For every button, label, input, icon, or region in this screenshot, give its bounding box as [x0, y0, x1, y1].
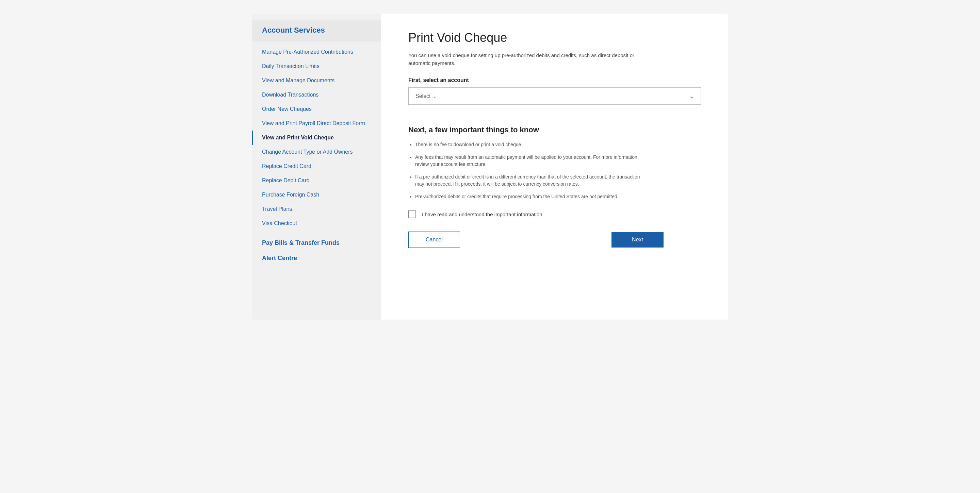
sidebar-link-view-manage-documents[interactable]: View and Manage Documents: [252, 73, 381, 88]
sidebar-link-order-new-cheques[interactable]: Order New Cheques: [252, 102, 381, 116]
sidebar-link-change-account-type[interactable]: Change Account Type or Add Owners: [252, 145, 381, 159]
sidebar-item-daily-transaction-limits[interactable]: Daily Transaction Limits: [252, 59, 381, 73]
info-list-item: If a pre-authorized debit or credit is i…: [415, 173, 646, 188]
cancel-button[interactable]: Cancel: [408, 231, 460, 248]
sidebar-item-view-manage-documents[interactable]: View and Manage Documents: [252, 73, 381, 88]
sidebar-link-daily-transaction-limits[interactable]: Daily Transaction Limits: [252, 59, 381, 73]
sidebar-account-services-title: Account Services: [252, 21, 381, 41]
sidebar-item-replace-credit-card[interactable]: Replace Credit Card: [252, 159, 381, 173]
sidebar-item-download-transactions[interactable]: Download Transactions: [252, 88, 381, 102]
checkbox-row: I have read and understood the important…: [408, 211, 701, 218]
sidebar-item-purchase-foreign-cash[interactable]: Purchase Foreign Cash: [252, 188, 381, 202]
sidebar-link-payroll-direct-deposit[interactable]: View and Print Payroll Direct Deposit Fo…: [252, 116, 381, 130]
sidebar-link-manage-pre-authorized[interactable]: Manage Pre-Authorized Contributions: [252, 45, 381, 59]
sidebar-link-replace-debit-card[interactable]: Replace Debit Card: [252, 173, 381, 188]
info-list: There is no fee to download or print a v…: [408, 141, 701, 200]
account-select[interactable]: Select ...Chequing Account ****1234Savin…: [408, 87, 701, 105]
account-select-wrapper: Select ...Chequing Account ****1234Savin…: [408, 87, 701, 105]
action-buttons: Cancel Next: [408, 231, 663, 248]
sidebar-item-manage-pre-authorized[interactable]: Manage Pre-Authorized Contributions: [252, 45, 381, 59]
page-description: You can use a void cheque for setting up…: [408, 52, 646, 67]
sidebar-item-order-new-cheques[interactable]: Order New Cheques: [252, 102, 381, 116]
main-content: Print Void Cheque You can use a void che…: [381, 14, 728, 320]
sidebar-link-download-transactions[interactable]: Download Transactions: [252, 88, 381, 102]
sidebar-item-travel-plans[interactable]: Travel Plans: [252, 202, 381, 216]
info-list-item: Any fees that may result from an automat…: [415, 154, 646, 168]
sidebar-item-visa-checkout[interactable]: Visa Checkout: [252, 216, 381, 230]
sidebar: Account Services Manage Pre-Authorized C…: [252, 14, 381, 320]
sidebar-nav: Manage Pre-Authorized ContributionsDaily…: [252, 41, 381, 234]
sidebar-item-payroll-direct-deposit[interactable]: View and Print Payroll Direct Deposit Fo…: [252, 116, 381, 130]
sidebar-alert-centre-title: Alert Centre: [252, 249, 381, 265]
sidebar-link-void-cheque[interactable]: View and Print Void Cheque: [253, 130, 381, 145]
sidebar-pay-bills-title: Pay Bills & Transfer Funds: [252, 234, 381, 249]
next-button[interactable]: Next: [611, 232, 663, 247]
sidebar-link-travel-plans[interactable]: Travel Plans: [252, 202, 381, 216]
sidebar-link-replace-credit-card[interactable]: Replace Credit Card: [252, 159, 381, 173]
section-divider: [408, 115, 701, 115]
select-label: First, select an account: [408, 77, 701, 83]
sidebar-item-replace-debit-card[interactable]: Replace Debit Card: [252, 173, 381, 188]
page-title: Print Void Cheque: [408, 31, 701, 45]
info-list-item: There is no fee to download or print a v…: [415, 141, 646, 148]
sidebar-link-visa-checkout[interactable]: Visa Checkout: [252, 216, 381, 230]
page-container: Account Services Manage Pre-Authorized C…: [252, 14, 728, 320]
info-list-item: Pre-authorized debits or credits that re…: [415, 193, 646, 200]
acknowledge-checkbox[interactable]: [408, 211, 416, 218]
sidebar-item-change-account-type[interactable]: Change Account Type or Add Owners: [252, 145, 381, 159]
sidebar-link-purchase-foreign-cash[interactable]: Purchase Foreign Cash: [252, 188, 381, 202]
sidebar-item-void-cheque[interactable]: View and Print Void Cheque: [252, 130, 381, 145]
info-section-title: Next, a few important things to know: [408, 125, 701, 134]
checkbox-label: I have read and understood the important…: [422, 211, 542, 217]
